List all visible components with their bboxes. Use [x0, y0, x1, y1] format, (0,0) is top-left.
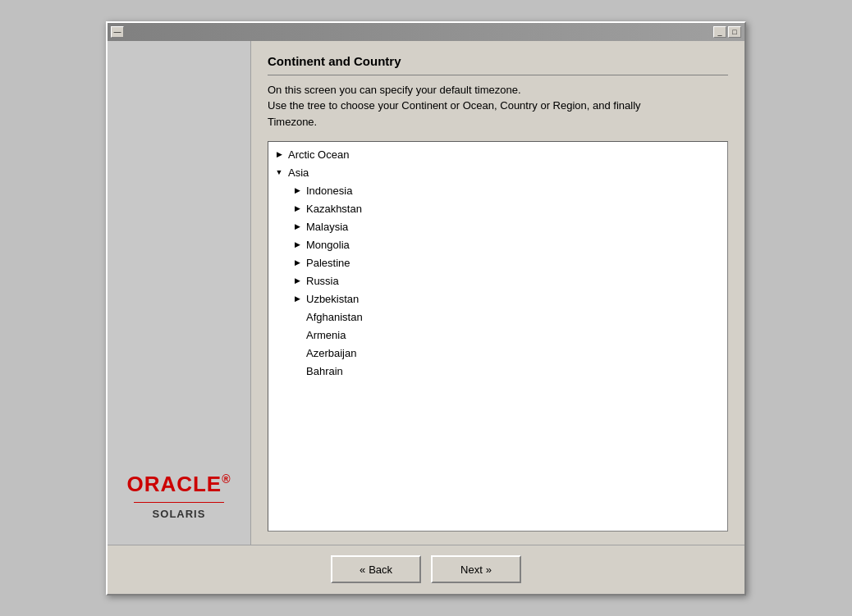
minimize-button[interactable]: _ — [713, 26, 726, 38]
tree-item[interactable]: Uzbekistan — [268, 290, 727, 308]
tree-item[interactable]: Bahrain — [268, 362, 727, 380]
tree-arrow-icon — [291, 221, 303, 232]
tree-item[interactable]: Mongolia — [268, 235, 727, 253]
title-bar-controls: _ □ — [713, 26, 741, 38]
tree-item-label: Arctic Ocean — [288, 148, 349, 161]
tree-item[interactable]: Kazakhstan — [268, 199, 727, 217]
back-label: Back — [369, 564, 392, 576]
logo-area: ORACLE® SOLARIS — [126, 472, 231, 520]
tree-arrow-icon — [273, 148, 285, 160]
back-button[interactable]: Back — [331, 555, 421, 583]
page-title: Continent and Country — [268, 54, 728, 75]
tree-item-label: Asia — [288, 167, 309, 179]
tree-item[interactable]: Palestine — [268, 253, 727, 271]
main-window: — _ □ ORACLE® SOLARIS Continent and Coun… — [106, 21, 746, 595]
tree-item-label: Afghanistan — [306, 311, 363, 323]
tree-item-label: Mongolia — [306, 239, 350, 251]
next-label: Next — [460, 564, 483, 576]
tree-item[interactable]: Indonesia — [268, 181, 727, 199]
registered-mark: ® — [222, 472, 231, 486]
description: On this screen you can specify your defa… — [268, 82, 728, 130]
next-arrow-icon — [486, 564, 492, 576]
sidebar: ORACLE® SOLARIS — [108, 41, 251, 545]
back-arrow-icon — [360, 564, 365, 576]
oracle-logo: ORACLE® — [126, 472, 231, 497]
tree-arrow-icon — [291, 275, 303, 286]
logo-divider — [134, 502, 224, 503]
window-menu-button[interactable]: — — [111, 26, 124, 38]
tree-item-label: Indonesia — [306, 185, 352, 197]
tree-item[interactable]: Azerbaijan — [268, 344, 727, 362]
window-body: ORACLE® SOLARIS Continent and Country On… — [108, 41, 744, 545]
tree-item-label: Armenia — [306, 329, 346, 341]
tree-arrow-icon — [291, 293, 303, 304]
tree-item-label: Kazakhstan — [306, 203, 362, 215]
tree-container: Arctic OceanAsiaIndonesiaKazakhstanMalay… — [268, 141, 728, 532]
description-line1: On this screen you can specify your defa… — [268, 84, 521, 96]
tree-item-label: Bahrain — [306, 365, 343, 377]
tree-arrow-icon — [291, 203, 303, 214]
maximize-button[interactable]: □ — [728, 26, 741, 38]
tree-arrow-icon — [291, 185, 303, 196]
tree-item-label: Malaysia — [306, 221, 348, 233]
tree-item-label: Russia — [306, 275, 339, 287]
title-bar: — _ □ — [108, 23, 744, 41]
tree-item[interactable]: Armenia — [268, 326, 727, 344]
next-button[interactable]: Next — [431, 555, 521, 583]
tree-item[interactable]: Arctic Ocean — [268, 145, 727, 163]
tree-item[interactable]: Malaysia — [268, 217, 727, 235]
tree-item[interactable]: Russia — [268, 271, 727, 290]
tree-item-label: Azerbaijan — [306, 347, 356, 359]
tree-item-label: Palestine — [306, 257, 350, 269]
tree-arrow-icon — [291, 239, 303, 250]
tree-arrow-icon — [291, 257, 303, 268]
tree-item[interactable]: Afghanistan — [268, 308, 727, 326]
tree-arrow-icon — [273, 167, 285, 178]
main-content: Continent and Country On this screen you… — [251, 41, 744, 545]
footer: Back Next — [108, 545, 744, 594]
title-bar-left: — — [111, 26, 124, 38]
tree-item-label: Uzbekistan — [306, 293, 359, 305]
solaris-text: SOLARIS — [153, 508, 206, 520]
tree-item[interactable]: Asia — [268, 163, 727, 181]
description-line3: Timezone. — [268, 116, 317, 128]
tree-list[interactable]: Arctic OceanAsiaIndonesiaKazakhstanMalay… — [268, 142, 727, 531]
oracle-brand-text: ORACLE — [126, 472, 222, 496]
description-line2: Use the tree to choose your Continent or… — [268, 99, 641, 112]
